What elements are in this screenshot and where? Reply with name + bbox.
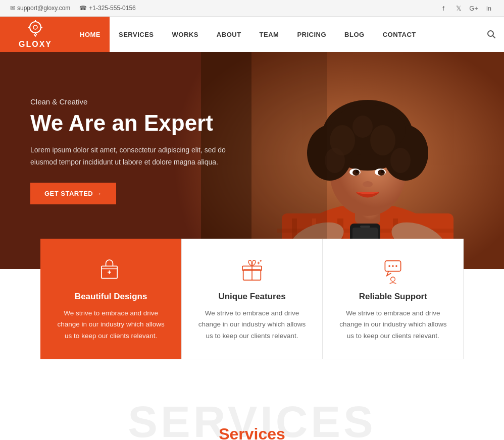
hero-description: Lorem ipsum dolor sit amet, consectetur … xyxy=(30,144,232,169)
beautiful-designs-icon xyxy=(98,257,124,284)
hero-title: We Are an Expert xyxy=(30,111,232,135)
services-section: SERVICES Services Lorem ipsum dolor sit … xyxy=(0,390,504,440)
phone-info: ☎ +1-325-555-0156 xyxy=(79,5,135,12)
feature-desc-beautiful-designs: We strive to embrace and drive change in… xyxy=(56,308,166,342)
nav-about[interactable]: ABOUT xyxy=(208,17,250,52)
header: GLOXY HOME SERVICES WORKS ABOUT TEAM PRI… xyxy=(0,17,504,52)
contact-info: ✉ support@gloxy.com ☎ +1-325-555-0156 xyxy=(10,5,136,12)
googleplus-icon[interactable]: G+ xyxy=(469,3,479,13)
svg-point-26 xyxy=(352,116,373,138)
feature-desc-unique-features: We strive to embrace and drive change in… xyxy=(197,308,307,342)
svg-point-28 xyxy=(390,148,411,173)
svg-point-33 xyxy=(356,170,359,173)
feature-title-unique-features: Unique Features xyxy=(197,292,307,302)
logo-text: GLOXY xyxy=(19,40,52,49)
linkedin-icon[interactable]: in xyxy=(484,3,494,13)
email-icon: ✉ xyxy=(10,5,15,12)
main-nav: HOME SERVICES WORKS ABOUT TEAM PRICING B… xyxy=(71,17,504,52)
phone-icon: ☎ xyxy=(79,5,87,12)
hero-cta-button[interactable]: GET STARTED → xyxy=(30,183,116,204)
svg-point-0 xyxy=(30,22,41,33)
logo[interactable]: GLOXY xyxy=(0,17,71,52)
top-bar: ✉ support@gloxy.com ☎ +1-325-555-0156 f … xyxy=(0,0,504,17)
features-section: Beautiful Designs We strive to embrace a… xyxy=(40,239,464,359)
nav-pricing[interactable]: PRICING xyxy=(288,17,335,52)
svg-point-27 xyxy=(325,148,345,173)
feature-card-unique-features: Unique Features We strive to embrace and… xyxy=(181,239,322,359)
phone-text: +1-325-555-0156 xyxy=(89,5,135,12)
nav-contact[interactable]: CONTACT xyxy=(374,17,425,52)
feature-title-beautiful-designs: Beautiful Designs xyxy=(56,292,166,302)
email-text: support@gloxy.com xyxy=(17,5,70,12)
svg-point-25 xyxy=(370,125,395,155)
feature-desc-reliable-support: We strive to embrace and drive change in… xyxy=(338,308,448,342)
twitter-icon[interactable]: 𝕏 xyxy=(453,3,464,13)
logo-icon xyxy=(27,20,44,39)
svg-point-57 xyxy=(391,277,395,282)
feature-card-reliable-support: Reliable Support We strive to embrace an… xyxy=(323,239,464,359)
search-icon[interactable] xyxy=(479,17,504,52)
email-info: ✉ support@gloxy.com xyxy=(10,5,70,12)
facebook-icon[interactable]: f xyxy=(438,3,448,13)
unique-features-icon xyxy=(239,257,265,284)
svg-point-34 xyxy=(381,170,384,173)
reliable-support-icon xyxy=(380,257,406,284)
svg-point-1 xyxy=(33,25,37,29)
nav-works[interactable]: WORKS xyxy=(163,17,208,52)
feature-card-beautiful-designs: Beautiful Designs We strive to embrace a… xyxy=(40,239,181,359)
nav-services[interactable]: SERVICES xyxy=(110,17,163,52)
svg-rect-38 xyxy=(360,226,370,228)
social-links: f 𝕏 G+ in xyxy=(438,3,494,13)
nav-home[interactable]: HOME xyxy=(71,17,110,52)
svg-point-35 xyxy=(363,181,373,187)
feature-title-reliable-support: Reliable Support xyxy=(338,292,448,302)
svg-point-55 xyxy=(392,265,394,267)
svg-rect-42 xyxy=(251,52,327,269)
hero-content: Clean & Creative We Are an Expert Lorem … xyxy=(0,52,263,204)
hero-section: Clean & Creative We Are an Expert Lorem … xyxy=(0,52,504,269)
hero-subtitle: Clean & Creative xyxy=(30,97,232,106)
svg-line-7 xyxy=(493,36,495,38)
svg-point-56 xyxy=(396,265,397,267)
svg-point-54 xyxy=(389,265,390,267)
services-title: Services xyxy=(0,425,504,440)
nav-team[interactable]: TEAM xyxy=(250,17,288,52)
nav-blog[interactable]: BLOG xyxy=(335,17,374,52)
